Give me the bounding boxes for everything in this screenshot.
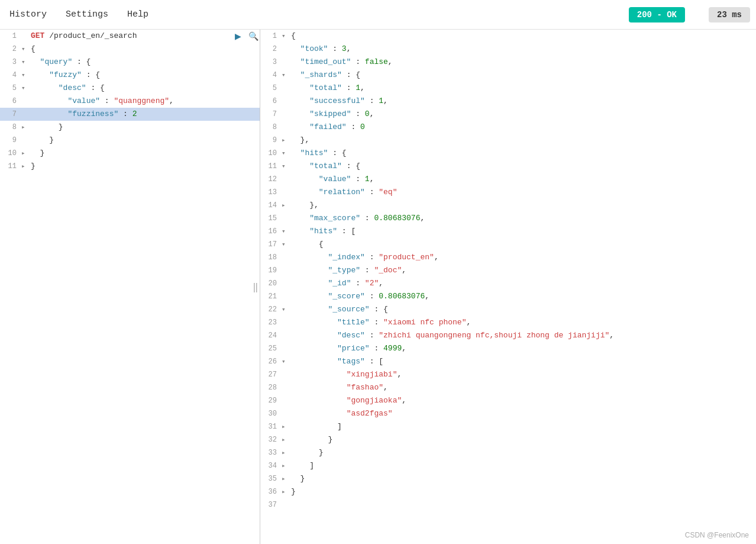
fold-arrow[interactable]: ▾ <box>21 82 30 95</box>
line-number: 10 <box>260 147 282 160</box>
line-content: "relation" : "eq" <box>290 186 756 199</box>
line-number: 5 <box>0 82 21 95</box>
left-line-1: 1GET /product_en/_search▶🔍 <box>0 30 260 43</box>
right-line-1: 1▾{ <box>260 30 756 43</box>
fold-arrow[interactable]: ▾ <box>21 56 30 69</box>
line-content: "desc" : "zhichi quangongneng nfc,shouji… <box>290 329 756 342</box>
right-line-18: 18 "_index" : "product_en", <box>260 251 756 264</box>
line-number: 25 <box>260 342 282 355</box>
right-line-10: 10▾ "hits" : { <box>260 147 756 160</box>
line-number: 16 <box>260 225 282 238</box>
fold-arrow[interactable]: ▾ <box>282 160 290 173</box>
fold-arrow[interactable]: ▾ <box>282 30 290 43</box>
fold-arrow[interactable]: ▸ <box>282 446 290 459</box>
fold-arrow[interactable]: ▾ <box>21 43 30 56</box>
line-content: } <box>290 485 756 498</box>
fold-arrow[interactable]: ▸ <box>282 199 290 212</box>
line-content: }, <box>290 134 756 147</box>
fold-arrow[interactable]: ▾ <box>282 147 290 160</box>
fold-arrow[interactable]: ▾ <box>282 238 290 251</box>
right-line-15: 15 "max_score" : 0.80683076, <box>260 212 756 225</box>
left-line-2: 2▾{ <box>0 43 260 56</box>
run-button[interactable]: ▶ <box>231 30 244 43</box>
line-content: "value" : 1, <box>290 173 756 186</box>
line-content: "_shards" : { <box>290 69 756 82</box>
line-number: 4 <box>0 69 21 82</box>
left-panel: 1GET /product_en/_search▶🔍2▾{3▾ "query" … <box>0 30 260 544</box>
line-number: 27 <box>260 368 282 381</box>
right-line-32: 32▸ } <box>260 433 756 446</box>
line-number: 2 <box>260 43 282 56</box>
right-line-26: 26▾ "tags" : [ <box>260 355 756 368</box>
right-line-27: 27 "xingjiabi", <box>260 368 756 381</box>
line-content: "asd2fgas" <box>290 407 756 420</box>
line-number: 19 <box>260 264 282 277</box>
line-content: "max_score" : 0.80683076, <box>290 212 756 225</box>
line-number: 9 <box>260 134 282 147</box>
line-number: 8 <box>260 121 282 134</box>
line-content: } <box>30 134 260 147</box>
right-line-11: 11▾ "total" : { <box>260 160 756 173</box>
line-content: "fashao", <box>290 381 756 394</box>
fold-arrow[interactable]: ▾ <box>282 303 290 316</box>
line-number: 15 <box>260 212 282 225</box>
right-line-33: 33▸ } <box>260 446 756 459</box>
line-number: 13 <box>260 186 282 199</box>
right-line-9: 9▸ }, <box>260 134 756 147</box>
status-badge: 200 - OK <box>629 7 685 22</box>
line-number: 21 <box>260 290 282 303</box>
line-content: } <box>290 472 756 485</box>
line-number: 4 <box>260 69 282 82</box>
fold-arrow[interactable]: ▸ <box>21 147 30 160</box>
menu-history[interactable]: History <box>6 7 50 22</box>
line-content: GET /product_en/_search <box>30 30 228 43</box>
right-panel: 1▾{2 "took" : 3,3 "timed_out" : false,4▾… <box>260 30 756 544</box>
right-line-3: 3 "timed_out" : false, <box>260 56 756 69</box>
fold-arrow[interactable]: ▸ <box>282 420 290 433</box>
right-line-12: 12 "value" : 1, <box>260 173 756 186</box>
fold-arrow[interactable]: ▸ <box>282 485 290 498</box>
line-content: ] <box>290 459 756 472</box>
line-content: ] <box>290 420 756 433</box>
line-number: 34 <box>260 459 282 472</box>
line-content: "value" : "quanggneng", <box>30 95 260 108</box>
fold-arrow[interactable]: ▸ <box>282 134 290 147</box>
fold-arrow[interactable]: ▸ <box>282 433 290 446</box>
line-number: 11 <box>0 160 21 173</box>
inspect-button[interactable]: 🔍 <box>247 30 260 43</box>
panel-divider[interactable]: ‖ <box>253 281 260 293</box>
fold-arrow[interactable]: ▸ <box>282 472 290 485</box>
fold-arrow[interactable]: ▾ <box>282 355 290 368</box>
right-line-35: 35▸ } <box>260 472 756 485</box>
line-content: } <box>290 446 756 459</box>
line-content: "total" : { <box>290 160 756 173</box>
line-number: 32 <box>260 433 282 446</box>
line-content: "title" : "xiaomi nfc phone", <box>290 316 756 329</box>
line-content: "_type" : "_doc", <box>290 264 756 277</box>
line-content: "failed" : 0 <box>290 121 756 134</box>
line-content: "gongjiaoka", <box>290 394 756 407</box>
line-number: 9 <box>0 134 21 147</box>
line-content: }, <box>290 199 756 212</box>
fold-arrow[interactable]: ▾ <box>21 69 30 82</box>
line-number: 18 <box>260 251 282 264</box>
fold-arrow[interactable]: ▸ <box>21 121 30 134</box>
line-number: 22 <box>260 303 282 316</box>
fold-arrow[interactable]: ▸ <box>282 459 290 472</box>
main-container: 1GET /product_en/_search▶🔍2▾{3▾ "query" … <box>0 30 756 544</box>
right-line-24: 24 "desc" : "zhichi quangongneng nfc,sho… <box>260 329 756 342</box>
right-line-8: 8 "failed" : 0 <box>260 121 756 134</box>
line-number: 7 <box>260 108 282 121</box>
left-line-6: 6 "value" : "quanggneng", <box>0 95 260 108</box>
right-line-14: 14▸ }, <box>260 199 756 212</box>
fold-arrow[interactable]: ▸ <box>21 160 30 173</box>
line-number: 10 <box>0 147 21 160</box>
menu-help[interactable]: Help <box>124 7 152 22</box>
fold-arrow[interactable]: ▾ <box>282 69 290 82</box>
line-content: "desc" : { <box>30 82 260 95</box>
fold-arrow[interactable]: ▾ <box>282 225 290 238</box>
right-line-17: 17▾ { <box>260 238 756 251</box>
line-number: 29 <box>260 394 282 407</box>
right-line-21: 21 "_score" : 0.80683076, <box>260 290 756 303</box>
menu-settings[interactable]: Settings <box>62 7 112 22</box>
